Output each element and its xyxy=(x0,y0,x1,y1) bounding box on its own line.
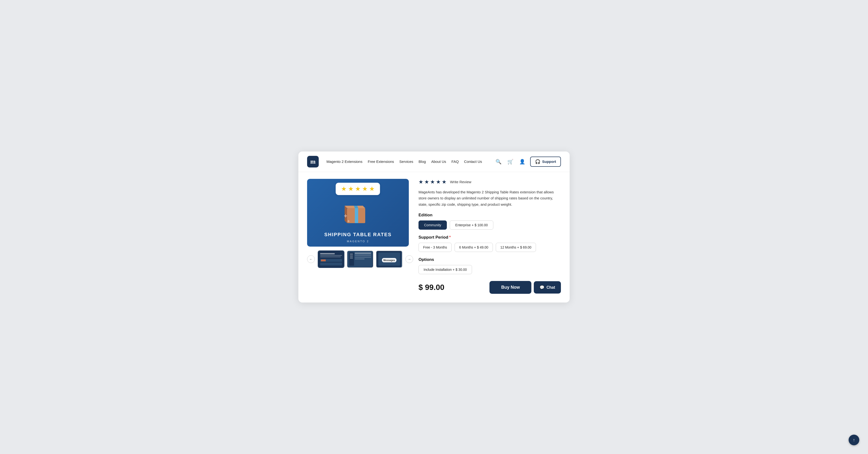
svg-rect-16 xyxy=(355,252,371,254)
rating-star-4: ★ xyxy=(436,179,441,185)
chat-label: Chat xyxy=(547,285,555,290)
svg-rect-12 xyxy=(320,263,342,265)
chat-button[interactable]: 💬 Chat xyxy=(534,281,561,294)
user-button[interactable]: 👤 xyxy=(518,158,526,165)
rating-star-1: ★ xyxy=(418,179,423,185)
logo-letter: m xyxy=(310,158,316,165)
product-description: MageAnts has developed the Magento 2 Shi… xyxy=(418,189,561,208)
star-1: ★ xyxy=(341,185,347,193)
thumbnails: ← xyxy=(307,251,409,268)
chat-icon: 💬 xyxy=(539,285,545,290)
support-12mo-btn[interactable]: 12 Months + $ 69.00 xyxy=(496,243,536,252)
product-image: ★ ★ ★ ★ ★ xyxy=(307,179,409,247)
star-2: ★ xyxy=(348,185,353,193)
product-image-inner: ★ ★ ★ ★ ★ xyxy=(324,183,392,243)
scroll-top-button[interactable]: ↑ xyxy=(848,435,859,445)
nav-contact[interactable]: Contact Us xyxy=(464,160,482,164)
thumb-prev[interactable]: ← xyxy=(307,255,315,263)
edition-enterprise-btn[interactable]: Enterprise + $ 100.00 xyxy=(450,221,493,230)
nav-about[interactable]: About Us xyxy=(431,160,446,164)
nav-magento2[interactable]: Magento 2 Extensions xyxy=(327,160,362,164)
cart-button[interactable]: 🛒 xyxy=(506,158,515,165)
nav-services[interactable]: Services xyxy=(399,160,413,164)
product-subtitle: MAGENTO 2 xyxy=(347,240,369,243)
price-tag: $ 99.00 xyxy=(418,283,444,292)
header-icons: 🔍 🛒 👤 🎧 Support xyxy=(495,157,561,167)
svg-rect-20 xyxy=(350,254,353,255)
rating-star-3: ★ xyxy=(430,179,435,185)
buy-now-button[interactable]: Buy Now xyxy=(490,281,531,294)
thumb-1[interactable] xyxy=(318,251,344,268)
header: m Magento 2 Extensions Free Extensions S… xyxy=(299,152,569,172)
product-card: m Magento 2 Extensions Free Extensions S… xyxy=(299,152,569,303)
thumb-next[interactable]: → xyxy=(405,255,413,263)
svg-rect-18 xyxy=(355,257,371,258)
install-btn[interactable]: Include Installation + $ 30.00 xyxy=(418,265,472,274)
svg-text:✛: ✛ xyxy=(344,214,347,218)
thumb-2-svg xyxy=(348,251,372,267)
rating-row: ★ ★ ★ ★ ★ Write Review xyxy=(418,179,561,185)
svg-rect-13 xyxy=(321,259,326,261)
rating-stars: ★ ★ ★ ★ ★ xyxy=(418,179,446,185)
thumb-3-svg: Messages xyxy=(377,251,401,267)
svg-rect-17 xyxy=(355,255,371,256)
product-left: ★ ★ ★ ★ ★ xyxy=(307,179,409,294)
rating-star-2: ★ xyxy=(424,179,429,185)
svg-rect-9 xyxy=(320,255,342,256)
required-indicator: * xyxy=(449,235,451,239)
svg-rect-8 xyxy=(320,253,335,254)
product-title: SHIPPING TABLE RATES xyxy=(324,232,392,237)
svg-rect-19 xyxy=(355,258,365,259)
thumb-2-inner xyxy=(347,251,373,267)
svg-text:Messages: Messages xyxy=(383,259,395,262)
support-options: Free - 3 Months 6 Months + $ 49.00 12 Mo… xyxy=(418,243,561,252)
support-button[interactable]: 🎧 Support xyxy=(530,157,561,167)
thumb-3-inner: Messages xyxy=(376,251,402,267)
buy-row-inner: Buy Now 💬 Chat xyxy=(490,281,561,294)
svg-rect-21 xyxy=(350,256,353,257)
thumb-list: Messages xyxy=(318,251,403,268)
svg-rect-22 xyxy=(350,258,353,258)
thumb-1-svg xyxy=(319,251,343,267)
navigation: Magento 2 Extensions Free Extensions Ser… xyxy=(327,160,487,164)
support-6mo-btn[interactable]: 6 Months + $ 49.00 xyxy=(455,243,493,252)
price-buy-row: $ 99.00 Buy Now 💬 Chat xyxy=(418,281,561,294)
thumb-3[interactable]: Messages xyxy=(376,251,403,268)
search-button[interactable]: 🔍 xyxy=(495,158,502,165)
headset-icon: 🎧 xyxy=(535,159,540,164)
box-illustration: ✛ ✛ xyxy=(343,199,372,228)
nav-faq[interactable]: FAQ xyxy=(452,160,459,164)
options-label: Options xyxy=(418,257,561,262)
write-review-link[interactable]: Write Review xyxy=(450,180,471,184)
edition-label: Edition xyxy=(418,213,561,218)
svg-rect-10 xyxy=(320,257,341,257)
svg-rect-3 xyxy=(355,208,358,223)
logo[interactable]: m xyxy=(307,156,319,167)
nav-blog[interactable]: Blog xyxy=(418,160,426,164)
main-content: ★ ★ ★ ★ ★ xyxy=(299,172,569,303)
support-free-btn[interactable]: Free - 3 Months xyxy=(418,243,452,252)
nav-free-extensions[interactable]: Free Extensions xyxy=(368,160,394,164)
support-label: Support xyxy=(542,160,556,164)
star-3: ★ xyxy=(355,185,361,193)
product-right: ★ ★ ★ ★ ★ Write Review MageAnts has deve… xyxy=(418,179,561,294)
thumb-2[interactable] xyxy=(347,251,373,268)
stars-card: ★ ★ ★ ★ ★ xyxy=(336,183,380,195)
thumb-1-inner xyxy=(318,251,344,267)
star-4: ★ xyxy=(362,185,368,193)
support-period-label: Support Period * xyxy=(418,235,561,240)
box-svg: ✛ ✛ xyxy=(343,199,372,226)
install-options: Include Installation + $ 30.00 xyxy=(418,265,561,274)
rating-star-5: ★ xyxy=(442,179,446,185)
svg-text:✛: ✛ xyxy=(347,220,350,223)
edition-community-btn[interactable]: Community xyxy=(418,221,447,230)
edition-options: Community Enterprise + $ 100.00 xyxy=(418,221,561,230)
star-5: ★ xyxy=(369,185,375,193)
